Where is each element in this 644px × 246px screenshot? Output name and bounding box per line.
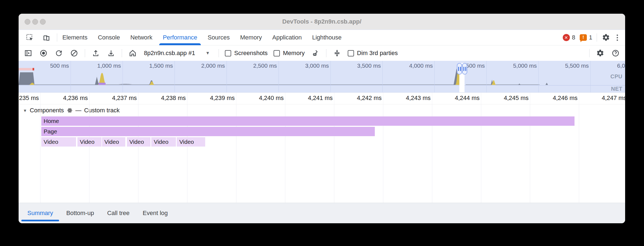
track-span[interactable]: Page bbox=[41, 127, 375, 136]
screenshots-checkbox-box[interactable] bbox=[225, 50, 231, 56]
track-span[interactable]: Video bbox=[77, 137, 101, 147]
overview-gridline bbox=[538, 61, 539, 92]
window-titlebar[interactable]: DevTools - 8p2n9n.csb.app/ bbox=[19, 14, 625, 30]
ruler-tick bbox=[530, 93, 530, 104]
overview-gridline bbox=[330, 61, 331, 92]
tab-application[interactable]: Application bbox=[267, 30, 307, 45]
tab-network[interactable]: Network bbox=[125, 30, 158, 45]
console-errors-badge[interactable]: ✕ 8 bbox=[563, 34, 575, 41]
net-label: NET bbox=[611, 86, 623, 92]
desktop-background: DevTools - 8p2n9n.csb.app/ bbox=[0, 0, 644, 246]
issue-icon: ! bbox=[580, 34, 587, 41]
track-area[interactable]: ▼ Components — Custom track HomePageVide… bbox=[19, 104, 625, 203]
cpu-net-divider bbox=[19, 85, 625, 85]
tab-performance[interactable]: Performance bbox=[158, 30, 202, 45]
screenshots-checkbox-label: Screenshots bbox=[234, 50, 268, 57]
overview-tick-label: 2,000 ms bbox=[201, 62, 227, 69]
perf-settings-gear-icon[interactable] bbox=[596, 48, 605, 58]
memory-checkbox[interactable]: Memory bbox=[274, 50, 304, 57]
tab-lighthouse[interactable]: Lighthouse bbox=[307, 30, 347, 45]
overview-tick-label: 5,000 ms bbox=[513, 62, 538, 69]
overview-gridline bbox=[590, 61, 591, 92]
issues-badge[interactable]: ! 1 bbox=[580, 34, 592, 41]
toolbar-divider-1 bbox=[85, 49, 85, 57]
ruler-tick bbox=[89, 93, 89, 104]
tabbar-right-divider bbox=[597, 33, 597, 42]
track-span[interactable]: Home bbox=[41, 116, 575, 126]
details-tab-summary[interactable]: Summary bbox=[21, 203, 60, 223]
timeline-overview[interactable]: CPU NET 500 ms1,000 ms1,500 ms2,000 ms2,… bbox=[19, 61, 625, 93]
target-select[interactable]: 8p2n9n.csb.app #1 bbox=[144, 50, 195, 57]
ruler-label: 4,244 ms bbox=[455, 95, 481, 102]
upload-icon[interactable] bbox=[91, 48, 100, 58]
details-tab-call-tree[interactable]: Call tree bbox=[101, 203, 136, 223]
dim-3rd-parties-checkbox-box[interactable] bbox=[348, 50, 354, 56]
devtools-tabbar: ElementsConsoleNetworkPerformanceSources… bbox=[19, 30, 625, 45]
ruler-tick bbox=[383, 93, 383, 104]
ruler-tick bbox=[138, 93, 138, 104]
track-span[interactable]: Video bbox=[151, 137, 176, 147]
toolbar-divider-2 bbox=[122, 49, 122, 57]
gear-icon[interactable] bbox=[601, 33, 611, 42]
device-toolbar-icon[interactable] bbox=[42, 33, 51, 42]
track-span[interactable]: Video bbox=[41, 137, 76, 147]
long-task-marker bbox=[19, 68, 34, 70]
details-tab-event-log[interactable]: Event log bbox=[136, 203, 175, 223]
record-icon[interactable] bbox=[39, 48, 48, 58]
home-icon[interactable] bbox=[128, 48, 137, 58]
collapse-icon[interactable] bbox=[332, 48, 342, 58]
error-count: 8 bbox=[572, 34, 575, 41]
performance-toolbar: 8p2n9n.csb.app #1 ▼ Screenshots Memory bbox=[19, 45, 625, 61]
collapse-triangle-icon[interactable]: ▼ bbox=[23, 108, 27, 113]
overview-gridline bbox=[71, 61, 71, 92]
overview-gridline bbox=[175, 61, 175, 92]
panel-tabs: ElementsConsoleNetworkPerformanceSources… bbox=[57, 30, 347, 45]
custom-track-header[interactable]: ▼ Components — Custom track bbox=[23, 107, 120, 114]
dim-3rd-parties-checkbox[interactable]: Dim 3rd parties bbox=[348, 50, 398, 57]
overview-tick-label: 4,000 ms bbox=[409, 62, 434, 69]
track-separator: — bbox=[76, 107, 82, 114]
selection-left-handle[interactable] bbox=[457, 63, 462, 75]
ruler-tick bbox=[579, 93, 579, 104]
devtools-window: DevTools - 8p2n9n.csb.app/ bbox=[19, 14, 625, 223]
clear-icon[interactable] bbox=[69, 48, 79, 58]
track-row: Home bbox=[19, 116, 625, 126]
help-icon[interactable] bbox=[611, 48, 620, 58]
ruler-tick bbox=[236, 93, 236, 104]
dim-3rd-parties-checkbox-label: Dim 3rd parties bbox=[357, 50, 398, 57]
overview-tick-label: 3,500 ms bbox=[357, 62, 382, 69]
ruler-label: 4,241 ms bbox=[308, 95, 334, 102]
sidebar-toggle-icon[interactable] bbox=[24, 48, 33, 58]
download-icon[interactable] bbox=[106, 48, 116, 58]
screenshots-checkbox[interactable]: Screenshots bbox=[225, 50, 268, 57]
track-title: Components bbox=[30, 107, 64, 114]
track-span[interactable]: Video bbox=[177, 137, 205, 147]
track-span[interactable]: Video bbox=[127, 137, 150, 147]
track-subtitle: Custom track bbox=[84, 107, 120, 114]
ruler-tick bbox=[285, 93, 285, 104]
details-tab-bottom-up[interactable]: Bottom-up bbox=[60, 203, 101, 223]
tab-memory[interactable]: Memory bbox=[235, 30, 267, 45]
kebab-menu-icon[interactable] bbox=[615, 35, 620, 41]
gc-icon[interactable] bbox=[311, 48, 320, 58]
tabbar-lead-icons bbox=[19, 33, 57, 42]
tab-console[interactable]: Console bbox=[93, 30, 125, 45]
tab-sources[interactable]: Sources bbox=[202, 30, 235, 45]
tab-elements[interactable]: Elements bbox=[57, 30, 93, 45]
selection-right-handle[interactable] bbox=[462, 63, 467, 75]
ruler-tick bbox=[481, 93, 481, 104]
track-span[interactable]: Video bbox=[102, 137, 126, 147]
inspect-icon[interactable] bbox=[25, 33, 34, 42]
overview-gridline bbox=[227, 61, 227, 92]
reload-icon[interactable] bbox=[54, 48, 63, 58]
details-tabbar: SummaryBottom-upCall treeEvent log bbox=[19, 203, 625, 223]
ruler-tick bbox=[334, 93, 334, 104]
overview-tick-label: 3,000 ms bbox=[305, 62, 330, 69]
memory-checkbox-box[interactable] bbox=[274, 50, 280, 56]
ruler-label: 4,247 ms bbox=[602, 95, 625, 102]
issue-count: 1 bbox=[589, 34, 592, 41]
track-row: Page bbox=[19, 127, 625, 136]
caret-down-icon[interactable]: ▼ bbox=[205, 51, 210, 56]
overview-tick-label: 5,500 ms bbox=[565, 62, 590, 69]
overview-gridline bbox=[279, 61, 279, 92]
